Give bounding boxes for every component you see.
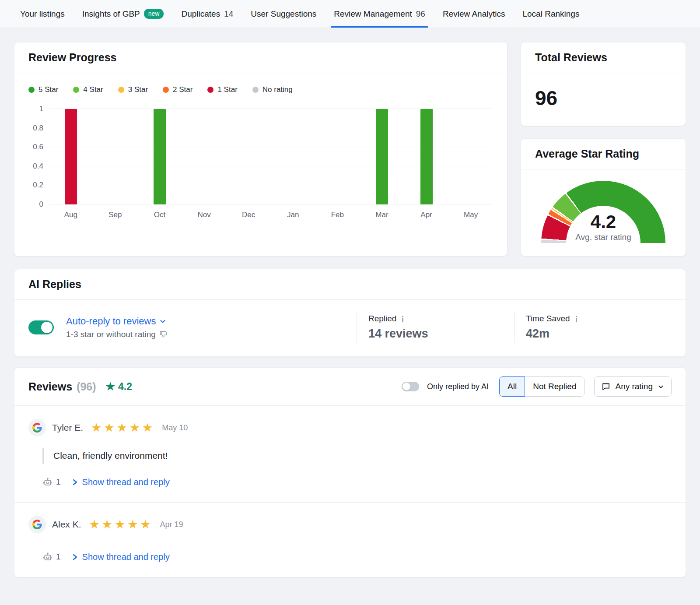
chart-x-labels: AugSepOctNovDecJanFebMarAprMay	[49, 211, 493, 219]
ai-replies-count: 1	[42, 477, 61, 487]
tab-user-suggestions[interactable]: User Suggestions	[244, 0, 323, 28]
x-tick-label: May	[448, 211, 493, 219]
legend-dot	[252, 87, 259, 93]
legend-item-5-star: 5 Star	[28, 85, 58, 94]
ai-replies-count-value: 1	[56, 552, 61, 562]
robot-icon	[42, 477, 53, 487]
y-tick-label: 1	[39, 105, 43, 113]
y-tick-label: 0	[39, 200, 43, 209]
only-ai-toggle[interactable]	[402, 382, 419, 391]
x-tick-label: Apr	[404, 211, 449, 219]
y-tick-label: 0.4	[33, 162, 43, 171]
x-tick-label: Jan	[271, 211, 315, 219]
replied-value: 14 reviews	[368, 327, 514, 341]
tab-review-analytics[interactable]: Review Analytics	[436, 0, 512, 28]
tab-label: Your listings	[20, 9, 65, 19]
chart-bar-1-star[interactable]	[65, 109, 77, 204]
info-icon[interactable]	[574, 316, 579, 322]
chevron-right-icon	[72, 554, 78, 560]
auto-reply-scope-label: 1-3 star or without rating	[66, 330, 156, 339]
show-thread-label: Show thread and reply	[82, 552, 170, 562]
reviews-count: (96)	[77, 380, 96, 393]
chevron-right-icon	[72, 479, 78, 485]
average-star-rating-title: Average Star Rating	[521, 139, 686, 169]
star-rating-gauge: 4.2 Avg. star rating	[541, 181, 665, 243]
legend-dot	[118, 87, 124, 93]
x-tick-label: Mar	[360, 211, 404, 219]
ai-replies-count: 1	[42, 552, 61, 562]
legend-item-4-star: 4 Star	[73, 85, 103, 94]
review-item: Alex K. ★★★★★ Apr 19 1 Show thread and r…	[14, 502, 686, 577]
y-tick-label: 0.8	[33, 124, 43, 133]
legend-label: 5 Star	[38, 85, 58, 94]
review-stars: ★★★★★	[89, 519, 153, 531]
auto-reply-dropdown[interactable]: Auto-reply to reviews	[66, 316, 166, 327]
chart-y-axis: 00.20.40.60.81	[28, 109, 49, 204]
rating-filter-dropdown[interactable]: Any rating	[594, 376, 672, 397]
toggle-knob	[41, 322, 52, 333]
time-saved-stat: Time Saved 42m	[514, 311, 672, 343]
tab-label: Review Management	[334, 9, 412, 19]
legend-item-no-rating: No rating	[252, 85, 293, 94]
legend-item-2-star: 2 Star	[163, 85, 192, 94]
replied-filter-segmented: All Not Replied	[499, 376, 584, 397]
new-badge: new	[144, 9, 164, 19]
tab-duplicates[interactable]: Duplicates14	[174, 0, 240, 28]
tab-local-rankings[interactable]: Local Rankings	[515, 0, 586, 28]
tab-review-management[interactable]: Review Management96	[327, 0, 432, 28]
google-logo-icon	[28, 516, 46, 533]
review-progress-title: Review Progress	[14, 42, 507, 73]
reviews-avg-value: 4.2	[118, 381, 132, 393]
filter-not-replied-button[interactable]: Not Replied	[525, 376, 584, 397]
legend-label: 2 Star	[173, 85, 192, 94]
time-saved-value: 42m	[526, 327, 672, 341]
chart-plot	[49, 109, 493, 204]
filter-all-button[interactable]: All	[499, 376, 525, 397]
x-tick-label: Feb	[315, 211, 360, 219]
info-icon[interactable]	[400, 316, 406, 322]
tab-your-listings[interactable]: Your listings	[13, 0, 72, 28]
average-star-rating-card: Average Star Rating 4.2 Avg. star rating	[521, 138, 686, 257]
auto-reply-label: Auto-reply to reviews	[66, 316, 156, 327]
legend-dot	[207, 87, 214, 93]
total-reviews-card: Total Reviews 96	[521, 42, 686, 126]
tab-label: Local Rankings	[522, 9, 579, 19]
review-text: Clean, friendly environment!	[42, 448, 672, 464]
show-thread-label: Show thread and reply	[82, 477, 170, 487]
y-tick-label: 0.6	[33, 143, 43, 151]
ai-replies-title: AI Replies	[14, 269, 686, 300]
review-date: Apr 19	[160, 520, 183, 529]
tab-label: Review Analytics	[443, 9, 505, 19]
legend-label: 1 Star	[217, 85, 237, 94]
review-stars: ★★★★★	[91, 422, 155, 434]
google-logo-icon	[28, 419, 46, 436]
chart-bar-5-star[interactable]	[154, 109, 166, 204]
tab-count: 96	[416, 9, 425, 19]
tab-insights-of-gbp[interactable]: Insights of GBPnew	[75, 0, 171, 28]
total-reviews-title: Total Reviews	[521, 42, 686, 73]
x-tick-label: Aug	[49, 211, 93, 219]
legend-dot	[28, 87, 35, 93]
legend-label: No rating	[262, 85, 293, 94]
tab-label: User Suggestions	[251, 9, 316, 19]
review-date: May 10	[162, 423, 188, 433]
total-reviews-value: 96	[521, 73, 686, 126]
thumbs-down-icon	[159, 330, 168, 339]
review-progress-chart: 00.20.40.60.81	[28, 109, 493, 204]
chart-bar-5-star[interactable]	[376, 109, 388, 204]
show-thread-link[interactable]: Show thread and reply	[72, 477, 170, 487]
x-tick-label: Dec	[226, 211, 271, 219]
ai-replies-card: AI Replies Auto-reply to reviews 1-3 sta…	[14, 269, 686, 357]
auto-reply-toggle[interactable]	[28, 320, 54, 334]
ai-replies-count-value: 1	[56, 477, 61, 487]
chart-bar-5-star[interactable]	[420, 109, 433, 204]
replied-label: Replied	[368, 314, 396, 324]
show-thread-link[interactable]: Show thread and reply	[72, 552, 170, 562]
chevron-down-icon	[159, 318, 166, 325]
reviews-average-rating: ★ 4.2	[106, 381, 133, 393]
x-tick-label: Sep	[93, 211, 138, 219]
review-author: Alex K.	[52, 519, 81, 530]
only-ai-label: Only replied by AI	[427, 382, 489, 391]
review-author: Tyler E.	[52, 422, 83, 433]
star-icon: ★	[106, 381, 116, 392]
